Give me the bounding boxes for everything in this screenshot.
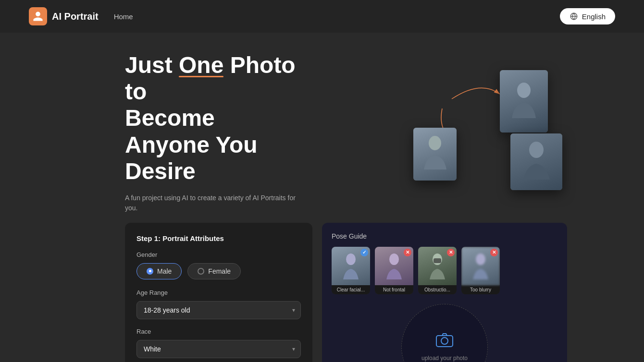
pose-badge-cross-3: ✕: [447, 249, 455, 256]
svg-point-13: [476, 253, 485, 265]
svg-point-15: [441, 338, 448, 344]
logo[interactable]: AI Portrait: [29, 7, 99, 25]
gender-female[interactable]: Female: [187, 263, 241, 279]
logo-icon: [29, 7, 47, 25]
right-panel: Pose Guide ✓ Clear facial...: [322, 223, 567, 362]
camera-svg: [436, 333, 453, 347]
header: AI Portrait Home English: [0, 0, 644, 33]
language-label: English: [582, 12, 606, 21]
camera-icon: [436, 333, 453, 351]
pose-card-4: ✕ Too blurry: [461, 247, 500, 294]
age-select[interactable]: 18-28 years old 29-39 years old 40-50 ye…: [136, 301, 301, 319]
svg-point-9: [346, 253, 356, 265]
step1-title: Step 1: Portrait Attributes: [136, 234, 301, 242]
age-select-wrapper: 18-28 years old 29-39 years old 40-50 ye…: [136, 301, 301, 319]
upload-area[interactable]: upload your photo: [401, 304, 488, 362]
hero-images: [404, 70, 567, 195]
pose-guide-title: Pose Guide: [332, 232, 557, 240]
radio-dot-male-inner: [149, 270, 151, 272]
pose-card-3: ✕ Obstructio...: [418, 247, 457, 294]
svg-rect-12: [433, 258, 441, 263]
hero-title-line3: Desire: [125, 158, 196, 184]
hero-title: Just One Photo to Become Anyone You Desi…: [125, 52, 298, 184]
svg-point-4: [529, 142, 544, 158]
pose-label-2: Not frontal: [375, 285, 413, 294]
pose-person-4: [471, 252, 490, 280]
portrait-inner-top: [500, 70, 548, 133]
globe-icon: [570, 12, 578, 21]
gender-male[interactable]: Male: [136, 263, 182, 279]
gender-label: Gender: [136, 251, 301, 258]
person-silhouette-left: [422, 133, 448, 174]
pose-person-1: [341, 252, 360, 280]
pose-label-1: Clear facial...: [332, 285, 370, 294]
hero-text: Just One Photo to Become Anyone You Desi…: [125, 52, 298, 213]
hero-section: Just One Photo to Become Anyone You Desi…: [0, 33, 644, 223]
race-label: Race: [136, 328, 301, 335]
race-select-wrapper: White Asian Black Hispanic Other ▾: [136, 340, 301, 358]
logo-text: AI Portrait: [52, 11, 99, 22]
left-panel: Step 1: Portrait Attributes Gender Male …: [125, 223, 312, 362]
pose-card-2: ✕ Not frontal: [375, 247, 413, 294]
person-icon: [32, 11, 44, 22]
gender-options: Male Female: [136, 263, 301, 279]
pose-examples: ✓ Clear facial... ✕ Not frontal: [332, 247, 557, 294]
portrait-inner-bottom-right: [510, 133, 562, 190]
person-silhouette-bottom-right: [521, 139, 552, 184]
hero-title-line2: Become Anyone You: [125, 105, 258, 157]
pose-person-3: [428, 252, 447, 280]
nav-home[interactable]: Home: [110, 11, 137, 23]
upload-text: upload your photo: [421, 355, 468, 362]
radio-dot-male: [147, 268, 153, 275]
portrait-inner-left: [413, 128, 457, 181]
pose-label-3: Obstructio...: [418, 285, 457, 294]
pose-label-4: Too blurry: [461, 285, 500, 294]
main-content: Step 1: Portrait Attributes Gender Male …: [0, 223, 644, 362]
portrait-card-top: [500, 70, 548, 133]
language-button[interactable]: English: [560, 8, 615, 24]
svg-point-2: [517, 83, 531, 98]
hero-title-line1: Just One Photo to: [125, 52, 296, 104]
person-silhouette-top: [509, 80, 538, 123]
pose-badge-cross-4: ✕: [490, 249, 498, 256]
hero-subtitle: A fun project using AI to create a varie…: [125, 193, 298, 213]
radio-dot-female: [198, 268, 204, 275]
svg-point-10: [389, 253, 399, 265]
race-select[interactable]: White Asian Black Hispanic Other: [136, 340, 301, 358]
pose-person-2: [384, 252, 404, 280]
pose-card-1: ✓ Clear facial...: [332, 247, 370, 294]
gender-female-label: Female: [208, 267, 231, 275]
pose-badge-cross-2: ✕: [404, 249, 411, 256]
age-label: Age Range: [136, 289, 301, 296]
header-left: AI Portrait Home: [29, 7, 137, 25]
portrait-card-bottom-right: [510, 133, 562, 190]
pose-badge-check: ✓: [360, 249, 368, 256]
svg-point-3: [429, 136, 441, 150]
portrait-card-left: [413, 128, 457, 181]
gender-male-label: Male: [157, 267, 172, 275]
